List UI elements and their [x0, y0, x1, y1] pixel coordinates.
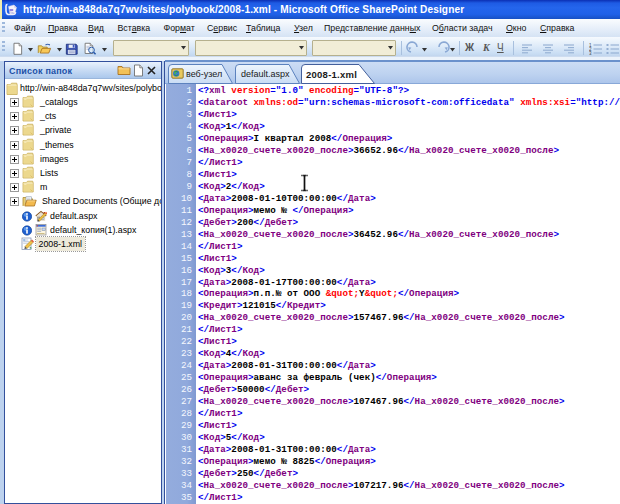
svg-text:3: 3 — [589, 51, 592, 56]
